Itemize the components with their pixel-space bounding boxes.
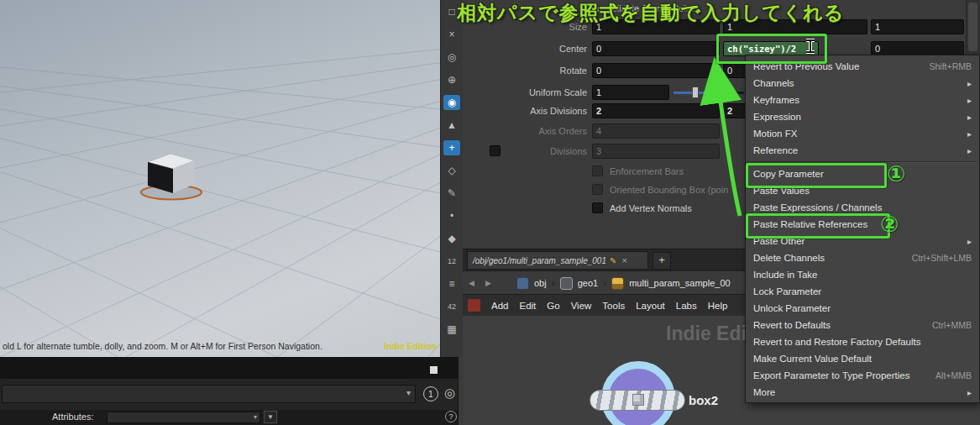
move-handles-icon[interactable]: + xyxy=(443,140,460,155)
menu-item-label: Include in Take xyxy=(753,270,818,280)
close-icon[interactable]: × xyxy=(443,27,460,42)
back-icon[interactable]: ◀ xyxy=(469,279,474,287)
menu-item-label: Keyframes xyxy=(753,95,799,105)
node-label[interactable]: box2 xyxy=(689,393,718,407)
select-tool-icon[interactable]: ◉ xyxy=(443,95,460,110)
pose-tool-icon[interactable]: ◇ xyxy=(443,163,460,178)
new-tab-button[interactable]: + xyxy=(652,252,671,270)
menu-item-revert-to-previous-value[interactable]: Revert to Previous Value Shift+RMB xyxy=(746,58,979,75)
menu-item-paste-expressions-channels[interactable]: Paste Expressions / Channels xyxy=(746,199,979,216)
snapshot-dropdown[interactable]: ▾ xyxy=(2,385,416,403)
menu-item-include-in-take[interactable]: Include in Take xyxy=(746,266,979,283)
scrollbar-handle[interactable] xyxy=(968,3,977,51)
center-x-field[interactable]: 0 xyxy=(592,41,720,56)
menu-item-shortcut: Shift+RMB xyxy=(930,61,972,71)
menu-separator xyxy=(746,159,979,165)
menu-item-label: Delete Channels xyxy=(753,253,825,263)
menu-item-export-parameter[interactable]: Export Parameter to Type Properties Alt+… xyxy=(746,367,979,384)
dot-icon[interactable]: • xyxy=(443,208,460,223)
axis-divisions-x-field[interactable]: 2 xyxy=(592,103,720,118)
tab-modified-icon: ✎ xyxy=(610,256,616,265)
breadcrumb-geo1[interactable]: geo1 xyxy=(578,278,598,288)
menubar-tools[interactable]: Tools xyxy=(602,301,625,311)
sculpt-tool-icon[interactable]: ◆ xyxy=(443,231,460,246)
breadcrumb-obj[interactable]: obj xyxy=(534,278,547,288)
menu-item-expression[interactable]: Expression ▸ xyxy=(746,108,979,125)
layout-tool-icon[interactable]: ≡ xyxy=(443,276,460,291)
param-label-axis-orders: Axis Orders xyxy=(463,123,587,139)
breadcrumb-node[interactable]: multi_param_sample_00 xyxy=(629,278,730,288)
menubar-help[interactable]: Help xyxy=(708,301,728,311)
submenu-arrow-icon: ▸ xyxy=(967,113,972,122)
paint-tool-icon[interactable]: ✎ xyxy=(443,186,460,201)
uniform-scale-slider[interactable] xyxy=(673,85,744,100)
rotate-x-field[interactable]: 0 xyxy=(592,63,720,78)
param-label-add-vertex-normals: Add Vertex Normals xyxy=(610,202,692,215)
tool-42-icon[interactable]: 42 xyxy=(443,299,460,314)
lock-icon[interactable]: □ xyxy=(443,4,460,19)
menu-item-label: Channels xyxy=(753,78,794,88)
snapshot-number-badge[interactable]: 1 xyxy=(423,386,438,401)
menu-item-copy-parameter[interactable]: Copy Parameter xyxy=(746,165,979,182)
param-label-divisions: Divisions xyxy=(463,144,587,159)
menu-item-label: Expression xyxy=(753,112,801,122)
viewport-toolbar: □ × ◎ ⊕ ◉ ▲ + ◇ ✎ • ◆ 12 ≡ 42 ▦ xyxy=(440,0,463,373)
pane-tab-icon[interactable] xyxy=(468,299,480,312)
node-flag-bar[interactable] xyxy=(590,390,685,411)
select-points-icon[interactable]: ▲ xyxy=(443,118,460,133)
attributes-dropdown[interactable]: ▾ xyxy=(107,412,260,423)
menu-item-revert-to-defaults[interactable]: Revert to Defaults Ctrl+MMB xyxy=(746,317,979,333)
menu-item-make-current-value-default[interactable]: Make Current Value Default xyxy=(746,350,979,367)
menu-item-label: Revert to and Restore Factory Defaults xyxy=(753,337,920,347)
menu-item-lock-parameter[interactable]: Lock Parameter xyxy=(746,283,979,300)
pane-tab[interactable]: /obj/geo1/multi_param_sample_001 ✎ × xyxy=(467,251,648,270)
menu-item-motion-fx[interactable]: Motion FX ▸ xyxy=(746,125,979,142)
param-label-size: Size xyxy=(463,19,587,34)
display-options-icon[interactable] xyxy=(430,366,438,374)
menu-item-shortcut: Ctrl+Shift+LMB xyxy=(912,253,972,263)
snapshot-bar: ▾ 1 ◎ xyxy=(0,379,463,410)
param-label-oriented-bbox: Oriented Bounding Box (poin xyxy=(610,184,728,197)
world-icon[interactable]: ⊕ xyxy=(443,72,460,87)
pane-splitter[interactable] xyxy=(458,357,464,425)
help-icon[interactable]: ? xyxy=(445,411,457,422)
menubar-labs[interactable]: Labs xyxy=(676,301,697,311)
menubar-go[interactable]: Go xyxy=(547,301,559,311)
menu-item-more[interactable]: More ▸ xyxy=(746,384,979,401)
camera-icon[interactable]: ◎ xyxy=(444,386,455,401)
box-geometry[interactable] xyxy=(139,154,203,200)
size-x-field[interactable]: 1 xyxy=(592,19,720,34)
menu-item-channels[interactable]: Channels ▸ xyxy=(746,75,979,92)
menu-item-unlock-parameter[interactable]: Unlock Parameter xyxy=(746,300,979,317)
grid-tool-icon[interactable]: ▦ xyxy=(443,322,460,337)
menubar-layout[interactable]: Layout xyxy=(636,301,665,311)
menu-item-delete-channels[interactable]: Delete Channels Ctrl+Shift+LMB xyxy=(746,249,979,266)
menu-item-reference[interactable]: Reference ▸ xyxy=(746,142,979,159)
size-y-field[interactable]: 1 xyxy=(723,19,867,34)
submenu-arrow-icon: ▸ xyxy=(967,129,972,139)
menu-item-paste-other[interactable]: Paste Other ▸ xyxy=(746,233,979,249)
filter-funnel-icon[interactable]: ▼ xyxy=(264,411,277,423)
forward-icon[interactable]: ▶ xyxy=(485,279,491,287)
menubar-view[interactable]: View xyxy=(571,301,592,311)
menu-item-revert-restore-factory-defaults[interactable]: Revert to and Restore Factory Defaults xyxy=(746,333,979,350)
scene-viewport[interactable]: old L for alternate tumble, dolly, and z… xyxy=(0,0,440,357)
frame-view-icon[interactable]: ◎ xyxy=(443,50,460,65)
menubar-edit[interactable]: Edit xyxy=(519,301,536,311)
viewport-grid xyxy=(0,0,440,357)
tab-close-icon[interactable]: × xyxy=(621,255,626,265)
chevron-down-icon: ▾ xyxy=(406,388,411,397)
tool-12-icon[interactable]: 12 xyxy=(443,254,460,269)
menu-item-label: Revert to Previous Value xyxy=(753,61,859,71)
menu-item-paste-relative-references[interactable]: Paste Relative References xyxy=(746,216,979,233)
size-z-field[interactable]: 1 xyxy=(871,19,964,34)
menu-item-keyframes[interactable]: Keyframes ▸ xyxy=(746,92,979,108)
menu-item-paste-values[interactable]: Paste Values xyxy=(746,182,979,199)
uniform-scale-field[interactable]: 1 xyxy=(592,85,669,100)
add-vertex-normals-checkbox[interactable] xyxy=(592,202,603,213)
param-label-consolidate: Consolidate Corner Points xyxy=(590,3,783,13)
menu-item-label: Paste Other xyxy=(753,236,804,246)
slider-handle[interactable] xyxy=(692,87,699,98)
menubar-add[interactable]: Add xyxy=(491,301,508,311)
geo-node-icon xyxy=(560,277,573,290)
